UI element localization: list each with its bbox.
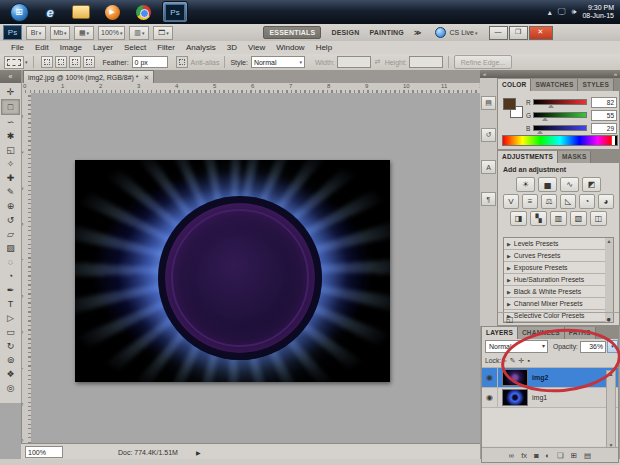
black-white-icon[interactable]: ◺ (560, 194, 576, 209)
layer-thumbnail[interactable] (502, 389, 528, 406)
bridge-icon[interactable]: Br▾ (26, 26, 46, 40)
blend-mode-select[interactable]: Normal (485, 340, 548, 353)
character-panel-icon[interactable]: A (481, 160, 496, 174)
menu-item[interactable]: Select (124, 43, 146, 52)
expand-arrow-icon[interactable]: ▶ (507, 301, 511, 307)
posterize-icon[interactable]: ▚ (530, 211, 547, 226)
slider-knob-icon[interactable] (542, 117, 548, 121)
tab-layers[interactable]: LAYERS (482, 327, 518, 339)
crop-tool[interactable]: ◱ (2, 143, 19, 157)
menu-item[interactable]: Edit (35, 43, 49, 52)
channel-slider[interactable] (533, 112, 587, 118)
menu-item[interactable]: Analysis (186, 43, 216, 52)
height-input[interactable] (409, 56, 443, 68)
channel-slider[interactable] (533, 125, 587, 131)
tab-swatches[interactable]: SWATCHES (531, 79, 578, 91)
refine-edge-button[interactable]: Refine Edge... (454, 55, 512, 69)
layer-thumbnail[interactable] (502, 369, 528, 386)
new-selection-icon[interactable] (41, 56, 53, 68)
layer-visibility-eye-icon[interactable]: ◉ (482, 368, 498, 387)
tab-channels[interactable]: CHANNELS (518, 327, 565, 339)
zoom-tool[interactable]: ◎ (2, 381, 19, 395)
slider-knob-icon[interactable] (548, 104, 554, 108)
collapse-dock-icon[interactable]: « (483, 70, 486, 78)
tab-adjustments[interactable]: ADJUSTMENTS (498, 151, 558, 163)
opacity-dropdown-icon[interactable]: ▾ (607, 340, 618, 353)
status-options-arrow[interactable]: ▶ (196, 449, 201, 456)
style-select[interactable]: Normal▾ (251, 56, 305, 68)
dodge-tool[interactable]: ◔ (2, 269, 19, 283)
lasso-tool[interactable]: ∽ (2, 115, 19, 129)
move-tool[interactable]: ✛ (2, 85, 19, 99)
channel-value-input[interactable]: 82 (591, 97, 617, 108)
lock-image-icon[interactable]: ✎ (510, 357, 516, 365)
link-layers-icon[interactable]: ∞ (509, 451, 514, 460)
close-button[interactable]: ✕ (529, 26, 553, 40)
eraser-tool[interactable]: ▱ (2, 227, 19, 241)
preset-list-item[interactable]: ▶ Black & White Presets (504, 286, 610, 298)
opacity-value-input[interactable]: 36% (580, 341, 606, 353)
canvas-area[interactable] (31, 93, 480, 443)
chrome-icon[interactable] (131, 2, 155, 22)
scroll-up-icon[interactable]: ▲ (605, 238, 613, 244)
taskbar-clock[interactable]: 9:30 PM 08-Jun-15 (582, 4, 614, 20)
quick-selection-tool[interactable]: ✱ (2, 129, 19, 143)
menu-item[interactable]: Help (316, 43, 332, 52)
menu-item[interactable]: Layer (93, 43, 113, 52)
shape-tool[interactable]: ▭ (2, 325, 19, 339)
tools-panel-collapse-icon[interactable]: « (0, 70, 22, 83)
clip-to-layer-icon[interactable]: ● (606, 315, 611, 324)
channel-mixer-icon[interactable]: ◕ (598, 194, 614, 209)
arrange-documents-icon[interactable]: ▥▾ (129, 26, 149, 40)
foreground-color-swatch[interactable] (503, 98, 516, 110)
menu-item[interactable]: Window (276, 43, 304, 52)
mini-bridge-icon[interactable]: Mb▾ (50, 26, 70, 40)
gradient-map-icon[interactable]: ▧ (570, 211, 587, 226)
preset-list-item[interactable]: ▶ Hue/Saturation Presets (504, 274, 610, 286)
clone-stamp-tool[interactable]: ⊕ (2, 199, 19, 213)
path-selection-tool[interactable]: ▷ (2, 311, 19, 325)
photo-filter-icon[interactable]: ◔ (579, 194, 595, 209)
rectangular-marquee-tool[interactable]: □ (1, 99, 20, 115)
blur-tool[interactable]: ◌ (2, 255, 19, 269)
invert-icon[interactable]: ◨ (510, 211, 527, 226)
preset-list-item[interactable]: ▶ Levels Presets (504, 238, 610, 250)
brightness-contrast-icon[interactable]: ☀ (516, 177, 535, 192)
channel-value-input[interactable]: 29 (591, 123, 617, 134)
feather-input[interactable]: 0 px (132, 56, 168, 68)
new-group-icon[interactable]: ❏ (557, 451, 564, 460)
workspace-design[interactable]: DESIGN (331, 29, 359, 36)
layer-row[interactable]: ◉ img1 (482, 388, 618, 408)
tab-styles[interactable]: STYLES (578, 79, 613, 91)
tab-paths[interactable]: PATHS (565, 327, 596, 339)
curves-icon[interactable]: ∿ (560, 177, 579, 192)
swap-dimensions-icon[interactable]: ⇄ (375, 58, 381, 66)
view-extras-icon[interactable]: ▦▾ (74, 26, 94, 40)
selective-color-icon[interactable]: ◫ (590, 211, 607, 226)
menu-item[interactable]: View (248, 43, 265, 52)
document-image[interactable] (75, 160, 390, 382)
document-tab[interactable]: img2.jpg @ 100% (img2, RGB/8#) * ✕ (23, 70, 154, 84)
intersect-selection-icon[interactable] (83, 56, 95, 68)
layer-row[interactable]: ◉ img2 (482, 368, 618, 388)
exposure-icon[interactable]: ◩ (582, 177, 601, 192)
tab-masks[interactable]: MASKS (558, 151, 591, 163)
type-tool[interactable]: T (2, 297, 19, 311)
expand-arrow-icon[interactable]: ▶ (507, 277, 511, 283)
zoom-percentage-input[interactable]: 100% (25, 446, 63, 458)
eyedropper-tool[interactable]: ✧ (2, 157, 19, 171)
close-tab-icon[interactable]: ✕ (144, 74, 150, 82)
photoshop-taskbar-icon[interactable]: Ps Ps (162, 1, 188, 23)
layer-style-icon[interactable]: fx (521, 451, 527, 460)
layers-scrollbar[interactable]: ▲ ▼ (606, 370, 616, 449)
workspace-essentials[interactable]: ESSENTIALS (263, 26, 321, 39)
anti-alias-checkbox[interactable] (176, 56, 188, 68)
preset-list-item[interactable]: ▶ Channel Mixer Presets (504, 298, 610, 310)
expand-arrow-icon[interactable]: ▶ (507, 265, 511, 271)
cs-live-button[interactable]: CS Live ▾ (435, 27, 477, 38)
expand-arrow-icon[interactable]: ▶ (507, 289, 511, 295)
media-player-icon[interactable]: ▶ ▶ (100, 2, 124, 22)
add-to-selection-icon[interactable] (55, 56, 67, 68)
delete-layer-icon[interactable]: ▤ (584, 451, 591, 460)
color-spectrum-ramp[interactable] (502, 135, 618, 146)
